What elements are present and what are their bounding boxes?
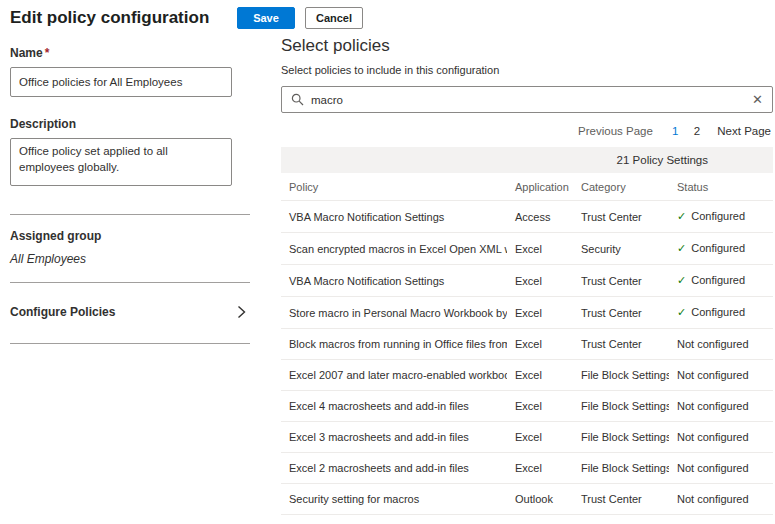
save-button[interactable]: Save <box>237 7 295 29</box>
policy-row[interactable]: Excel 4 macrosheets and add-in files Exc… <box>281 391 773 422</box>
policy-name-cell[interactable]: Excel 2 macrosheets and add-in files <box>281 453 507 484</box>
policy-name-cell[interactable]: Excel 4 macrosheets and add-in files <box>281 391 507 422</box>
status-label: Not configured <box>677 338 749 350</box>
page-number-2[interactable]: 2 <box>694 125 700 137</box>
category-cell: Trust Center <box>573 484 669 515</box>
assigned-group-label: Assigned group <box>10 229 250 243</box>
page-title: Edit policy configuration <box>10 8 237 28</box>
policy-row[interactable]: VBA Macro Notification Settings Access T… <box>281 201 773 233</box>
page-number-1[interactable]: 1 <box>672 125 678 137</box>
divider <box>10 343 250 344</box>
status-cell: ✓Not configured <box>669 515 773 524</box>
search-icon <box>291 93 304 106</box>
policy-configuration-form: Name* Description Office policy set appl… <box>0 32 250 344</box>
cancel-button[interactable]: Cancel <box>305 7 363 29</box>
description-input[interactable]: Office policy set applied to all employe… <box>10 138 232 186</box>
policy-name-cell[interactable]: Security setting for macros <box>281 484 507 515</box>
policy-name-cell[interactable]: Excel 2007 and later macro-enabled workb… <box>281 360 507 391</box>
policy-name-cell[interactable]: Store macro in Personal Macro Workbook b… <box>281 297 507 329</box>
configure-policies-button[interactable]: Configure Policies <box>10 305 250 319</box>
status-label: Not configured <box>677 369 749 381</box>
application-cell: Excel <box>507 265 573 297</box>
select-policies-subtitle: Select policies to include in this confi… <box>281 64 773 76</box>
policy-row[interactable]: Apply macro security settings to macros,… <box>281 515 773 524</box>
divider <box>10 282 250 283</box>
status-cell: ✓Configured <box>669 201 773 233</box>
application-cell: Excel <box>507 391 573 422</box>
category-cell: Trust Center <box>573 265 669 297</box>
column-header-policy: Policy <box>281 173 507 201</box>
name-label-text: Name <box>10 46 43 60</box>
policy-name-cell[interactable]: Apply macro security settings to macros,… <box>281 515 507 524</box>
policy-name-cell[interactable]: VBA Macro Notification Settings <box>281 265 507 297</box>
status-cell: ✓Configured <box>669 297 773 329</box>
category-cell: Trust Center <box>573 329 669 360</box>
status-cell: ✓Not configured <box>669 484 773 515</box>
category-cell: File Block Settings <box>573 422 669 453</box>
application-cell: Excel <box>507 233 573 265</box>
status-cell: ✓Configured <box>669 233 773 265</box>
policy-row[interactable]: Block macros from running in Office file… <box>281 329 773 360</box>
application-cell: Excel <box>507 329 573 360</box>
policy-name-cell[interactable]: Excel 3 macrosheets and add-in files <box>281 422 507 453</box>
description-label: Description <box>10 117 250 131</box>
category-cell: Security <box>573 233 669 265</box>
policy-search-input[interactable] <box>311 94 745 106</box>
category-cell: Trust Center <box>573 201 669 233</box>
policy-row[interactable]: VBA Macro Notification Settings Excel Tr… <box>281 265 773 297</box>
policy-table: Policy Application Category Status VBA M… <box>281 173 773 524</box>
column-header-application: Application <box>507 173 573 201</box>
status-label: Configured <box>691 242 745 254</box>
name-input[interactable] <box>10 67 232 97</box>
status-cell: ✓Configured <box>669 265 773 297</box>
edit-policy-configuration-page: Edit policy configuration Save Cancel Na… <box>0 0 775 524</box>
clear-search-icon[interactable]: ✕ <box>752 93 763 106</box>
policy-row[interactable]: Scan encrypted macros in Excel Open XML … <box>281 233 773 265</box>
category-cell: File Block Settings <box>573 360 669 391</box>
name-label: Name* <box>10 46 250 60</box>
policy-name-cell[interactable]: VBA Macro Notification Settings <box>281 201 507 233</box>
category-cell: Trust Center <box>573 515 669 524</box>
configured-check-icon: ✓ <box>677 242 686 254</box>
application-cell: Outlook <box>507 484 573 515</box>
status-cell: ✓Not configured <box>669 329 773 360</box>
next-page-link[interactable]: Next Page <box>717 125 771 137</box>
policy-search-box[interactable]: ✕ <box>281 86 773 113</box>
policy-row[interactable]: Excel 2007 and later macro-enabled workb… <box>281 360 773 391</box>
status-cell: ✓Not configured <box>669 453 773 484</box>
policy-settings-count: 21 Policy Settings <box>617 154 708 166</box>
previous-page-link[interactable]: Previous Page <box>578 125 653 137</box>
policy-table-header-row: Policy Application Category Status <box>281 173 773 201</box>
select-policies-heading: Select policies <box>281 36 773 56</box>
page-header: Edit policy configuration Save Cancel <box>0 0 775 32</box>
configured-check-icon: ✓ <box>677 210 686 222</box>
divider <box>10 214 250 215</box>
application-cell: Excel <box>507 360 573 391</box>
application-cell: Outlook <box>507 515 573 524</box>
column-header-status: Status <box>669 173 773 201</box>
chevron-right-icon <box>237 305 250 319</box>
status-label: Not configured <box>677 400 749 412</box>
application-cell: Excel <box>507 422 573 453</box>
policy-row[interactable]: Security setting for macros Outlook Trus… <box>281 484 773 515</box>
configured-check-icon: ✓ <box>677 306 686 318</box>
column-header-category: Category <box>573 173 669 201</box>
status-cell: ✓Not configured <box>669 391 773 422</box>
application-cell: Excel <box>507 453 573 484</box>
application-cell: Access <box>507 201 573 233</box>
required-asterisk: * <box>45 46 50 60</box>
policy-row[interactable]: Excel 3 macrosheets and add-in files Exc… <box>281 422 773 453</box>
status-label: Not configured <box>677 431 749 443</box>
category-cell: Trust Center <box>573 297 669 329</box>
status-label: Configured <box>691 274 745 286</box>
policy-row[interactable]: Store macro in Personal Macro Workbook b… <box>281 297 773 329</box>
policy-name-cell[interactable]: Block macros from running in Office file… <box>281 329 507 360</box>
content-area: Name* Description Office policy set appl… <box>0 32 775 524</box>
policy-row[interactable]: Excel 2 macrosheets and add-in files Exc… <box>281 453 773 484</box>
status-label: Configured <box>691 210 745 222</box>
assigned-group-value: All Employees <box>10 252 250 266</box>
policy-name-cell[interactable]: Scan encrypted macros in Excel Open XML … <box>281 233 507 265</box>
status-label: Not configured <box>677 462 749 474</box>
status-label: Configured <box>691 306 745 318</box>
policy-table-body: VBA Macro Notification Settings Access T… <box>281 201 773 524</box>
